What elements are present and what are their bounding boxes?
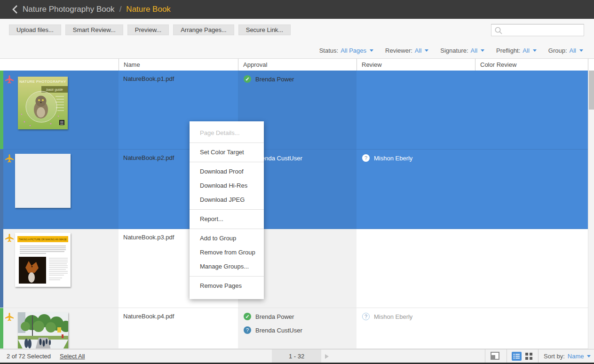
column-header-scroll-gutter <box>588 59 594 71</box>
caret-down-icon <box>481 49 484 52</box>
filter-bar: Status:All PagesReviewer:AllSignature:Al… <box>319 47 583 55</box>
sort-by-label: Sort by: <box>544 353 565 360</box>
statusbar-divider <box>538 349 539 363</box>
menu-group: Download ProofDownload Hi-ResDownload JP… <box>190 162 264 209</box>
page-thumbnail[interactable]: TAKING A PICTURE OR MAKING AN IMAGE <box>15 233 71 287</box>
page-row-2[interactable]: NatureBook.p2.pdf?Brenda CustUser?Mishon… <box>0 150 588 229</box>
sort-by-control[interactable]: Sort by: Name <box>544 353 591 360</box>
grid-view-icon[interactable] <box>525 353 532 361</box>
status-bar: 2 of 72 Selected Select All 1 - 32 Sort … <box>0 349 594 363</box>
page-thumbnail[interactable]: NATURE PHOTOGRAPHYbasic guide <box>18 77 68 129</box>
reviewer-entry: ✓Brenda Power <box>244 75 356 83</box>
caret-down-icon <box>425 49 428 52</box>
toolbar: Upload files...Smart Review...Preview...… <box>9 24 291 35</box>
upload-files-button[interactable]: Upload files... <box>9 24 61 35</box>
reviewer-entry: ?Mishon Eberly <box>362 313 475 320</box>
menu-item-add-to-group[interactable]: Add to Group <box>190 231 264 245</box>
page-range[interactable]: 1 - 32 <box>272 349 321 363</box>
filter-status[interactable]: Status:All Pages <box>319 47 373 54</box>
page-thumbnail-cell: NATURE PHOTOGRAPHYbasic guide <box>0 71 119 149</box>
breadcrumb-separator: / <box>119 5 122 14</box>
filter-value: All <box>523 47 529 54</box>
search-box <box>491 24 584 36</box>
statusbar-divider <box>507 349 507 363</box>
page-thumbnail[interactable] <box>18 312 68 349</box>
caret-down-icon <box>370 49 373 52</box>
menu-item-set-color-target[interactable]: Set Color Target <box>190 145 264 159</box>
page-thumbnail-cell: TAKING A PICTURE OR MAKING AN IMAGE <box>0 229 119 308</box>
detail-panel-view-icon[interactable] <box>491 352 499 360</box>
approved-check-icon: ✓ <box>244 75 251 83</box>
page-thumbnail-cell <box>0 308 119 348</box>
status-stripe <box>0 308 3 348</box>
search-input[interactable] <box>506 25 583 36</box>
arrange-pages-button[interactable]: Arrange Pages... <box>173 24 234 35</box>
filter-preflight[interactable]: Preflight:All <box>496 47 537 54</box>
menu-item-manage-groups[interactable]: Manage Groups... <box>190 260 264 274</box>
smart-review-button[interactable]: Smart Review... <box>65 24 123 35</box>
page-row-3[interactable]: TAKING A PICTURE OR MAKING AN IMAGENatur… <box>0 229 588 308</box>
preview-button[interactable]: Preview... <box>127 24 169 35</box>
next-page-icon[interactable] <box>325 354 329 359</box>
filter-label: Signature: <box>440 47 468 54</box>
app-window: Nature Photography Book / Nature Book Up… <box>0 0 594 364</box>
menu-item-remove-pages[interactable]: Remove Pages <box>190 279 264 293</box>
plane-icon <box>5 75 14 84</box>
reviewer-name: Brenda Power <box>255 76 294 83</box>
status-stripe <box>0 150 3 229</box>
menu-item-page-details: Page Details... <box>190 126 264 140</box>
column-header-review: Review <box>356 59 475 71</box>
menu-group: Set Color Target <box>190 142 264 162</box>
page-row-4[interactable]: NatureBook.p4.pdf✓Brenda Power?Brenda Cu… <box>0 308 588 349</box>
status-stripe <box>0 71 3 149</box>
reviewer-entry: ?Mishon Eberly <box>362 154 475 162</box>
breadcrumb-parent[interactable]: Nature Photography Book <box>23 5 115 14</box>
chevron-left-icon <box>11 4 19 15</box>
reviewer-name: Brenda CustUser <box>255 327 302 334</box>
page-name: NatureBook.p1.pdf <box>119 71 238 82</box>
page-thumbnail[interactable] <box>15 154 71 208</box>
reviewer-name: Mishon Eberly <box>374 313 412 320</box>
caret-down-icon <box>579 49 583 52</box>
menu-item-download-hi-res[interactable]: Download Hi-Res <box>190 179 264 193</box>
select-all-link[interactable]: Select All <box>60 353 85 360</box>
menu-group: Remove Pages <box>190 276 264 295</box>
approval-cell: ✓Brenda Power?Brenda CustUser <box>238 308 356 348</box>
menu-group: Page Details... <box>190 124 264 142</box>
context-menu: Page Details...Set Color TargetDownload … <box>190 121 264 299</box>
menu-item-report[interactable]: Report... <box>190 212 264 226</box>
pages-table: NATURE PHOTOGRAPHYbasic guideNatureBook.… <box>0 71 588 349</box>
reviewer-name: Mishon Eberly <box>374 155 412 162</box>
column-header-color-review: Color Review <box>475 59 588 71</box>
page-row-1[interactable]: NATURE PHOTOGRAPHYbasic guideNatureBook.… <box>0 71 588 150</box>
menu-group: Add to GroupRemove from GroupManage Grou… <box>190 229 264 276</box>
menu-item-download-proof[interactable]: Download Proof <box>190 165 264 179</box>
page-name: NatureBook.p4.pdf <box>119 308 238 320</box>
page-name-cell: NatureBook.p4.pdf <box>119 308 238 348</box>
reviewer-name: Brenda Power <box>255 313 294 320</box>
filter-label: Reviewer: <box>385 47 412 54</box>
cover-title: NATURE PHOTOGRAPHY <box>19 79 66 84</box>
approved-check-icon: ✓ <box>244 313 251 320</box>
filter-label: Preflight: <box>496 47 520 54</box>
caret-down-icon <box>533 49 537 52</box>
review-cell <box>356 229 475 308</box>
vertical-scrollbar[interactable] <box>588 71 594 349</box>
column-header-name: Name <box>119 59 238 71</box>
plane-icon <box>5 312 14 322</box>
filter-group[interactable]: Group:All <box>548 47 583 54</box>
scrollbar-thumb[interactable] <box>589 71 594 110</box>
column-header-approval: Approval <box>238 59 356 71</box>
filter-signature[interactable]: Signature:All <box>440 47 484 54</box>
pending-question-icon: ? <box>362 313 370 320</box>
menu-item-remove-from-group[interactable]: Remove from Group <box>190 245 264 260</box>
secure-link-button[interactable]: Secure Link... <box>238 24 291 35</box>
filter-reviewer[interactable]: Reviewer:All <box>385 47 428 54</box>
menu-group: Report... <box>190 209 264 229</box>
menu-item-download-jpeg[interactable]: Download JPEG <box>190 193 264 207</box>
breadcrumb-current: Nature Book <box>126 5 171 14</box>
article-headline: TAKING A PICTURE OR MAKING AN IMAGE <box>19 238 67 241</box>
back-button[interactable] <box>11 4 20 15</box>
list-view-icon[interactable] <box>512 352 522 362</box>
statusbar-divider <box>485 349 485 363</box>
